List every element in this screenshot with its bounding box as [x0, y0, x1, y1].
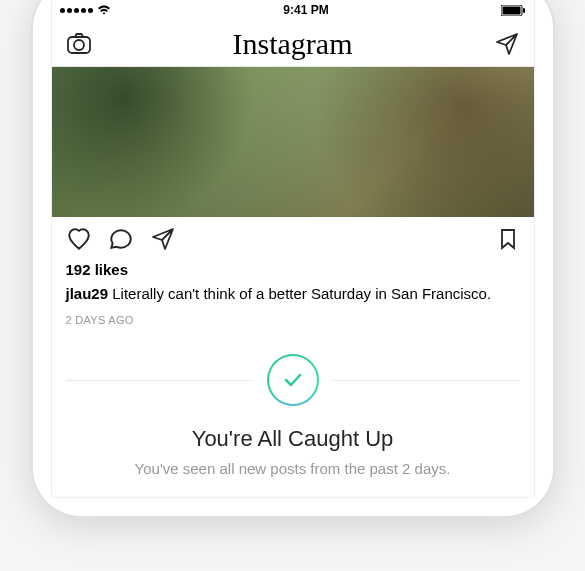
checkmark-icon: [267, 354, 319, 406]
caught-up-section: You're All Caught Up You've seen all new…: [52, 344, 534, 497]
wifi-icon: [97, 5, 111, 15]
nav-bar: Instagram: [52, 21, 534, 67]
bookmark-icon[interactable]: [496, 227, 520, 251]
post-username[interactable]: jlau29: [66, 285, 109, 302]
likes-count[interactable]: 192 likes: [52, 261, 534, 284]
caught-up-title: You're All Caught Up: [66, 426, 520, 452]
post-timestamp: 2 DAYS AGO: [52, 310, 534, 344]
svg-rect-2: [523, 8, 525, 13]
svg-point-4: [74, 40, 84, 50]
status-time: 9:41 PM: [283, 3, 328, 17]
comment-icon[interactable]: [108, 226, 134, 252]
direct-messages-icon[interactable]: [494, 31, 520, 57]
share-icon[interactable]: [150, 226, 176, 252]
battery-icon: [501, 5, 525, 16]
post-image[interactable]: [52, 67, 534, 217]
svg-rect-1: [503, 6, 521, 14]
status-left: [60, 5, 111, 15]
caught-up-divider: [66, 354, 520, 406]
post-caption-text: Literally can't think of a better Saturd…: [112, 285, 491, 302]
like-icon[interactable]: [66, 226, 92, 252]
post-caption: jlau29 Literally can't think of a better…: [52, 284, 534, 310]
status-bar: 9:41 PM: [52, 0, 534, 21]
phone-frame: 9:41 PM Instagram: [33, 0, 553, 516]
status-right: [501, 5, 525, 16]
screen: 9:41 PM Instagram: [51, 0, 535, 498]
post-actions: [52, 217, 534, 261]
caught-up-subtitle: You've seen all new posts from the past …: [66, 460, 520, 477]
app-logo: Instagram: [233, 27, 353, 61]
signal-strength-icon: [60, 8, 93, 13]
camera-icon[interactable]: [66, 31, 92, 57]
